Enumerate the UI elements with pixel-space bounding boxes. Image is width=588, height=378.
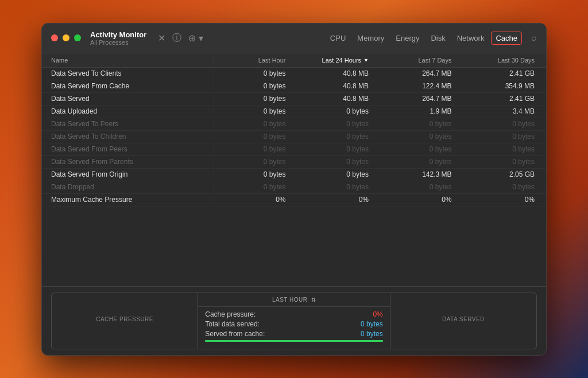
close-button[interactable] (51, 34, 58, 41)
row-last-30days: 0 bytes (463, 183, 547, 191)
table-row[interactable]: Data Served To Clients 0 bytes 40.8 MB 2… (42, 68, 546, 80)
maximize-button[interactable] (74, 34, 81, 41)
close-icon[interactable]: ✕ (158, 33, 165, 44)
row-last-24hours: 0 bytes (297, 183, 381, 191)
table-row[interactable]: Data Served 0 bytes 40.8 MB 264.7 MB 2.4… (42, 93, 546, 106)
activity-monitor-window: Activity Monitor All Processes ✕ ⓘ ⊕ ▾ C… (41, 23, 547, 356)
window-controls: ✕ ⓘ ⊕ ▾ (158, 32, 203, 44)
stat-served-from-cache-value: 0 bytes (361, 330, 383, 338)
row-last-7days: 0 bytes (380, 158, 463, 166)
tab-energy[interactable]: Energy (391, 32, 424, 45)
row-last-30days: 0 bytes (463, 158, 547, 166)
row-last-7days: 264.7 MB (380, 69, 463, 77)
row-last-7days: 0 bytes (380, 145, 463, 153)
bottom-last-hour: LAST HOUR ⇅ Cache pressure: 0% Total dat… (198, 293, 390, 349)
table-row[interactable]: Data Served To Children 0 bytes 0 bytes … (42, 131, 546, 143)
stat-cache-pressure-value: 0% (373, 310, 382, 318)
nav-tabs: CPU Memory Energy Disk Network Cache (326, 32, 522, 45)
row-last-24hours: 40.8 MB (297, 95, 381, 103)
row-last-hour: 0 bytes (214, 183, 297, 191)
row-last-24hours: 40.8 MB (297, 82, 381, 90)
table-row[interactable]: Data Uploaded 0 bytes 0 bytes 1.9 MB 3.4… (42, 106, 546, 118)
col-header-last-hour[interactable]: Last Hour (214, 57, 297, 64)
row-name: Data Served To Peers (42, 120, 214, 128)
row-last-7days: 0 bytes (380, 120, 463, 128)
table-row[interactable]: Data Served From Parents 0 bytes 0 bytes… (42, 156, 546, 169)
col-header-last-30days[interactable]: Last 30 Days (463, 57, 547, 64)
row-last-30days: 0 bytes (463, 145, 547, 153)
col-header-last-7days[interactable]: Last 7 Days (380, 57, 463, 64)
table-header: Name Last Hour Last 24 Hours ▼ Last 7 Da… (42, 53, 546, 68)
minimize-button[interactable] (63, 34, 69, 41)
search-icon[interactable]: ⌕ (531, 33, 537, 43)
row-last-24hours: 0 bytes (297, 120, 381, 128)
row-last-30days: 2.05 GB (463, 170, 547, 178)
row-last-24hours: 0 bytes (297, 107, 381, 115)
row-name: Maximum Cache Pressure (42, 196, 214, 204)
row-last-hour: 0 bytes (214, 95, 297, 103)
row-name: Data Served From Peers (42, 145, 214, 153)
table-row[interactable]: Data Served From Cache 0 bytes 40.8 MB 1… (42, 80, 546, 93)
cache-pressure-header: CACHE PRESSURE (96, 316, 153, 322)
bottom-cache-pressure: CACHE PRESSURE (52, 293, 198, 349)
process-icon[interactable]: ⊕ ▾ (188, 33, 203, 44)
last-hour-stats: Cache pressure: 0% Total data served: 0 … (198, 307, 390, 349)
table-row[interactable]: Data Served From Origin 0 bytes 0 bytes … (42, 169, 546, 181)
row-name: Data Served To Children (42, 133, 214, 141)
row-last-24hours: 0 bytes (297, 133, 381, 141)
stat-total-data-served: Total data served: 0 bytes (205, 320, 383, 328)
window-title: Activity Monitor All Processes (90, 30, 146, 46)
sort-chevron-icon[interactable]: ⇅ (311, 297, 316, 303)
row-last-30days: 2.41 GB (463, 95, 547, 103)
table-row[interactable]: Data Served From Peers 0 bytes 0 bytes 0… (42, 143, 546, 156)
row-name: Data Served From Parents (42, 158, 214, 166)
row-last-30days: 0 bytes (463, 133, 547, 141)
stat-served-from-cache-label: Served from cache: (205, 330, 265, 338)
row-last-30days: 354.9 MB (463, 82, 547, 90)
row-last-30days: 0 bytes (463, 120, 547, 128)
row-last-7days: 122.4 MB (380, 82, 463, 90)
sort-arrow-icon: ▼ (363, 57, 369, 63)
row-last-hour: 0 bytes (214, 82, 297, 90)
row-last-24hours: 0 bytes (297, 145, 381, 153)
titlebar: Activity Monitor All Processes ✕ ⓘ ⊕ ▾ C… (42, 24, 546, 53)
row-last-30days: 0% (463, 196, 547, 204)
green-progress-bar (205, 340, 383, 342)
tab-network[interactable]: Network (452, 32, 489, 45)
tab-cache[interactable]: Cache (491, 32, 522, 45)
info-icon[interactable]: ⓘ (172, 32, 181, 44)
row-name: Data Served To Clients (42, 69, 214, 77)
row-last-24hours: 0% (297, 196, 381, 204)
bottom-panel: CACHE PRESSURE LAST HOUR ⇅ Cache pressur… (42, 286, 546, 355)
table-row[interactable]: Data Dropped 0 bytes 0 bytes 0 bytes 0 b… (42, 181, 546, 194)
tab-memory[interactable]: Memory (353, 32, 389, 45)
tab-disk[interactable]: Disk (426, 32, 450, 45)
col-header-last-24hours[interactable]: Last 24 Hours ▼ (297, 57, 381, 64)
table-body: Data Served To Clients 0 bytes 40.8 MB 2… (42, 68, 546, 286)
traffic-lights (51, 34, 81, 41)
data-served-header: DATA SERVED (442, 316, 485, 322)
row-name: Data Served From Origin (42, 170, 214, 178)
row-last-hour: 0 bytes (214, 133, 297, 141)
row-last-hour: 0 bytes (214, 158, 297, 166)
row-last-hour: 0 bytes (214, 120, 297, 128)
row-last-7days: 0 bytes (380, 183, 463, 191)
row-last-7days: 264.7 MB (380, 95, 463, 103)
bottom-inner: CACHE PRESSURE LAST HOUR ⇅ Cache pressur… (51, 293, 537, 349)
table-row[interactable]: Maximum Cache Pressure 0% 0% 0% 0% (42, 194, 546, 206)
col-header-name[interactable]: Name (42, 57, 214, 64)
stat-cache-pressure-label: Cache pressure: (205, 310, 256, 318)
stat-served-from-cache: Served from cache: 0 bytes (205, 330, 383, 338)
row-last-hour: 0 bytes (214, 170, 297, 178)
bottom-data-served: DATA SERVED (390, 293, 536, 349)
stat-total-data-value: 0 bytes (361, 320, 383, 328)
row-last-7days: 142.3 MB (380, 170, 463, 178)
last-hour-header: LAST HOUR ⇅ (198, 293, 390, 307)
tab-cpu[interactable]: CPU (326, 32, 350, 45)
table-row[interactable]: Data Served To Peers 0 bytes 0 bytes 0 b… (42, 118, 546, 131)
stat-total-data-label: Total data served: (205, 320, 260, 328)
row-name: Data Served From Cache (42, 82, 214, 90)
app-subtitle: All Processes (90, 39, 146, 46)
row-last-24hours: 0 bytes (297, 170, 381, 178)
row-last-hour: 0 bytes (214, 107, 297, 115)
